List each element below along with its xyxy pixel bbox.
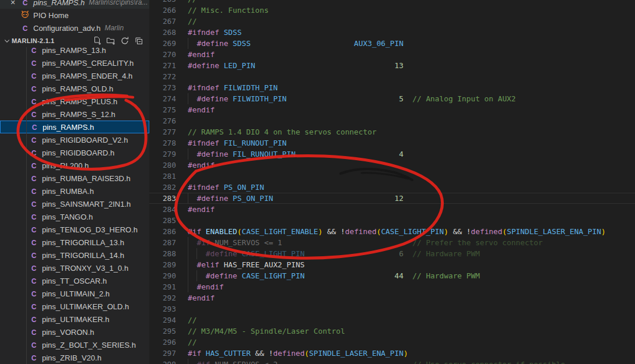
line-number[interactable]: 293 — [149, 303, 176, 314]
c-header-file-icon: C — [29, 238, 38, 247]
line-number[interactable]: 273 — [149, 82, 176, 93]
code-line[interactable]: 266// Misc. Functions — [149, 5, 635, 16]
line-number[interactable]: 298 — [149, 359, 176, 364]
code-line[interactable]: 268#ifndef SDSS — [149, 27, 635, 38]
tree-item[interactable]: Cpins_ULTIMAIN_2.h — [0, 287, 149, 300]
code-line[interactable]: 272 — [149, 71, 635, 82]
tree-item[interactable]: Cpins_RAMPS_CREALITY.h — [0, 56, 149, 69]
line-number[interactable]: 290 — [149, 270, 176, 281]
tree-item[interactable]: Cpins_SAINSMART_2IN1.h — [0, 197, 149, 210]
line-number[interactable]: 274 — [149, 93, 176, 104]
code-line[interactable]: 274 #define FILWIDTH_PIN 5 // Analog Inp… — [149, 93, 635, 104]
code-line[interactable]: 294// — [149, 314, 635, 326]
code-line[interactable]: 287 #if NUM_SERVOS <= 1 // Prefer the se… — [149, 237, 635, 248]
line-number[interactable]: 286 — [149, 226, 176, 237]
code-line[interactable]: 295// M3/M4/M5 - Spindle/Laser Control — [149, 326, 635, 337]
code-line[interactable]: 296// — [149, 337, 635, 348]
line-number[interactable]: 280 — [149, 160, 176, 171]
line-number[interactable]: 288 — [149, 248, 176, 259]
tree-item[interactable]: Cpins_Z_BOLT_X_SERIES.h — [0, 338, 149, 351]
tree-item[interactable]: Cpins_RUMBA.h — [0, 185, 149, 197]
tree-item[interactable]: Cpins_RIGIDBOARD_V2.h — [0, 133, 149, 146]
tree-item[interactable]: Cpins_TT_OSCAR.h — [0, 274, 149, 287]
c-header-file-icon: C — [30, 123, 39, 132]
tree-item[interactable]: Cpins_RAMPS_OLD.h — [0, 82, 149, 95]
code-editor[interactable]: 265//266// Misc. Functions267//268#ifnde… — [149, 0, 635, 364]
tree-item[interactable]: Cpins_TRONXY_V3_1_0.h — [0, 261, 149, 274]
code-line[interactable]: 281 — [149, 171, 635, 182]
tree-item[interactable]: Cpins_RL200.h — [0, 159, 149, 172]
code-line[interactable]: 282#ifndef PS_ON_PIN — [149, 182, 635, 193]
tree-item-label: pins_TRIGORILLA_13.h — [42, 238, 124, 247]
code-line[interactable]: 276 — [149, 115, 635, 126]
code-token: ( — [237, 227, 242, 236]
code-token: #ifndef — [188, 83, 219, 92]
code-line[interactable]: 283 #define PS_ON_PIN 12 — [149, 193, 635, 204]
tree-item[interactable]: Cpins_RAMPS_ENDER_4.h — [0, 69, 149, 82]
line-number[interactable]: 277 — [149, 126, 176, 137]
code-line[interactable]: 278#ifndef FIL_RUNOUT_PIN — [149, 137, 635, 149]
code-line[interactable]: 270#endif — [149, 49, 635, 60]
line-number[interactable]: 270 — [149, 49, 176, 60]
line-number[interactable]: 275 — [149, 104, 176, 115]
tree-item[interactable]: Cpins_ULTIMAKER.h — [0, 313, 149, 326]
line-number[interactable]: 297 — [149, 348, 176, 359]
line-number[interactable]: 289 — [149, 259, 176, 270]
line-number[interactable]: 272 — [149, 71, 176, 82]
line-number[interactable]: 287 — [149, 237, 176, 248]
code-line[interactable]: 297#if HAS_CUTTER && !defined(SPINDLE_LA… — [149, 348, 635, 359]
line-number[interactable]: 295 — [149, 326, 176, 337]
tree-item[interactable]: Cpins_TRIGORILLA_14.h — [0, 249, 149, 261]
tree-item-label: pins_RAMPS_PLUS.h — [42, 97, 117, 106]
tree-item[interactable]: Cpins_VORON.h — [0, 326, 149, 338]
tree-item[interactable]: Cpins_RAMPS.h — [0, 121, 149, 133]
tree-item[interactable]: Cpins_ULTIMAKER_OLD.h — [0, 300, 149, 313]
tree-item[interactable]: Cpins_ZRIB_V20.h — [0, 351, 149, 364]
code-line[interactable]: 291 #endif — [149, 281, 635, 292]
line-number[interactable]: 267 — [149, 16, 176, 27]
code-line[interactable]: 275#endif — [149, 104, 635, 115]
line-number[interactable]: 291 — [149, 281, 176, 292]
tree-item[interactable]: Cpins_TENLOG_D3_HERO.h — [0, 223, 149, 236]
line-number[interactable]: 292 — [149, 292, 176, 303]
code-line[interactable]: 265// — [149, 0, 635, 5]
line-number[interactable]: 284 — [149, 204, 176, 215]
tree-item[interactable]: Cpins_RIGIDBOARD.h — [0, 146, 149, 159]
line-number[interactable]: 276 — [149, 115, 176, 126]
code-line[interactable]: 277// RAMPS 1.4 DIO 4 on the servos conn… — [149, 126, 635, 137]
line-number[interactable]: 279 — [149, 149, 176, 160]
code-line[interactable]: 284#endif — [149, 204, 635, 215]
line-number[interactable]: 285 — [149, 215, 176, 226]
line-number[interactable]: 266 — [149, 5, 176, 16]
line-number[interactable]: 296 — [149, 337, 176, 348]
line-number[interactable]: 269 — [149, 38, 176, 49]
code-line[interactable]: 269 #define SDSS AUX3_06_PIN — [149, 38, 635, 49]
code-line[interactable]: 288 #define CASE_LIGHT_PIN 6 // Hardware… — [149, 248, 635, 259]
code-line[interactable]: 285 — [149, 215, 635, 226]
code-line[interactable]: 292#endif — [149, 292, 635, 303]
code-line[interactable]: 290 #define CASE_LIGHT_PIN 44 // Hardwar… — [149, 270, 635, 281]
code-line[interactable]: 293 — [149, 303, 635, 314]
tree-item[interactable]: Cpins_RUMBA_RAISE3D.h — [0, 172, 149, 185]
line-number[interactable]: 281 — [149, 171, 176, 182]
line-number[interactable]: 271 — [149, 60, 176, 71]
code-line[interactable]: 273#ifndef FILWIDTH_PIN — [149, 82, 635, 93]
line-number[interactable]: 268 — [149, 27, 176, 38]
line-number[interactable]: 278 — [149, 137, 176, 149]
code-line[interactable]: 280#endif — [149, 160, 635, 171]
tree-item[interactable]: Cpins_TRIGORILLA_13.h — [0, 236, 149, 249]
code-line[interactable]: 271#define LED_PIN 13 — [149, 60, 635, 71]
line-number[interactable]: 282 — [149, 182, 176, 193]
code-line[interactable]: 286#if ENABLED(CASE_LIGHT_ENABLE) && !de… — [149, 226, 635, 237]
tree-item[interactable]: Cpins_RAMPS_PLUS.h — [0, 95, 149, 108]
line-number[interactable]: 283 — [149, 193, 176, 204]
code-line[interactable]: 289 #elif HAS_FREE_AUX2_PINS — [149, 259, 635, 270]
code-line[interactable]: 298 #if NUM_SERVOS < 2 // Use servo conn… — [149, 359, 635, 364]
line-number[interactable]: 265 — [149, 0, 176, 5]
tree-item[interactable]: Cpins_TANGO.h — [0, 210, 149, 223]
code-line[interactable]: 279 #define FIL_RUNOUT_PIN 4 — [149, 149, 635, 160]
tree-item[interactable]: Cpins_RAMPS_S_12.h — [0, 108, 149, 121]
tree-item[interactable]: Cpins_RAMPS_13.h — [0, 44, 149, 56]
line-number[interactable]: 294 — [149, 314, 176, 326]
code-line[interactable]: 267// — [149, 16, 635, 27]
